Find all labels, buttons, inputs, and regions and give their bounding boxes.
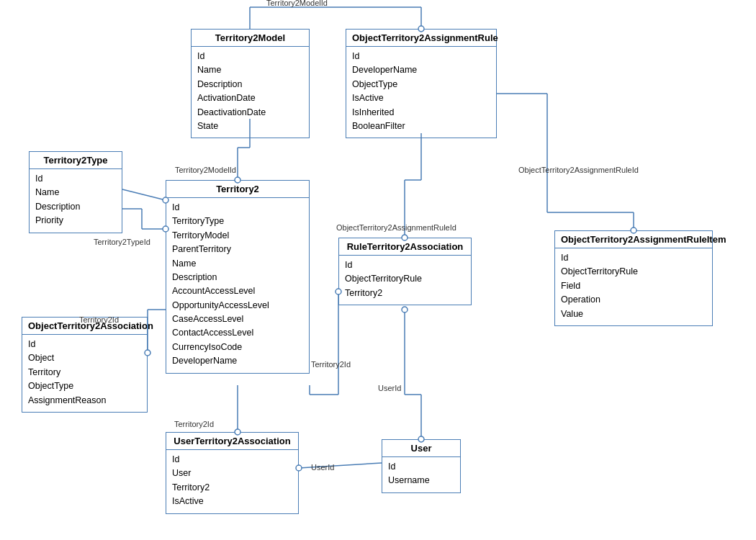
rel-label-OTARuleId-bottom: ObjectTerritory2AssignmentRuleId [336, 223, 456, 232]
entity-Territory2Type: Territory2Type IdNameDescriptionPriority [29, 151, 122, 233]
entity-RuleTerritory2Association: RuleTerritory2Association IdObjectTerrit… [338, 238, 472, 305]
rel-label-UserId-label: UserId [311, 463, 334, 472]
entity-title-Territory2: Territory2 [166, 181, 309, 198]
entity-fields-Territory2: IdTerritoryTypeTerritoryModelParentTerri… [166, 198, 309, 373]
entity-title-Territory2Model: Territory2Model [192, 30, 309, 47]
svg-line-33 [299, 463, 382, 468]
entity-title-Territory2Type: Territory2Type [30, 152, 122, 169]
entity-fields-UserTerritory2Association: IdUserTerritory2IsActive [166, 450, 298, 513]
rel-label-Territory2ModelId-top: Territory2ModelId [266, 0, 328, 7]
entity-title-User: User [382, 440, 460, 457]
entity-title-ObjectTerritory2AssignmentRule: ObjectTerritory2AssignmentRule [346, 30, 496, 47]
entity-fields-ObjectTerritory2AssignmentRuleItem: IdObjectTerritoryRuleFieldOperationValue [555, 248, 712, 325]
diagram-container: Territory2Model IdNameDescriptionActivat… [0, 0, 756, 540]
entity-title-ObjectTerritory2AssignmentRuleItem: ObjectTerritory2AssignmentRuleItem [555, 231, 712, 248]
entity-ObjectTerritory2AssignmentRule: ObjectTerritory2AssignmentRule IdDevelop… [346, 29, 497, 138]
entity-fields-User: IdUsername [382, 457, 460, 492]
entity-fields-RuleTerritory2Association: IdObjectTerritoryRuleTerritory2 [339, 256, 471, 305]
entity-fields-ObjectTerritory2AssignmentRule: IdDeveloperNameObjectTypeIsActiveIsInher… [346, 47, 496, 138]
entity-ObjectTerritory2Association: ObjectTerritory2Association IdObjectTerr… [22, 317, 148, 413]
rel-label-UserId-rule: UserId [378, 384, 401, 392]
svg-point-38 [402, 307, 408, 312]
entity-title-ObjectTerritory2Association: ObjectTerritory2Association [22, 318, 147, 335]
entity-title-UserTerritory2Association: UserTerritory2Association [166, 433, 298, 450]
entity-Territory2: Territory2 IdTerritoryTypeTerritoryModel… [166, 180, 310, 374]
rel-label-OTARuleId-right: ObjectTerritory2AssignmentRuleId [518, 166, 639, 174]
rel-label-Territory2TypeId: Territory2TypeId [94, 238, 150, 246]
entity-ObjectTerritory2AssignmentRuleItem: ObjectTerritory2AssignmentRuleItem IdObj… [554, 230, 713, 326]
entity-Territory2Model: Territory2Model IdNameDescriptionActivat… [191, 29, 310, 138]
rel-label-Territory2Id-user: Territory2Id [174, 420, 214, 428]
entity-User: User IdUsername [382, 439, 461, 493]
entity-UserTerritory2Association: UserTerritory2Association IdUserTerritor… [166, 432, 299, 514]
entity-fields-ObjectTerritory2Association: IdObjectTerritoryObjectTypeAssignmentRea… [22, 335, 147, 412]
entity-title-RuleTerritory2Association: RuleTerritory2Association [339, 238, 471, 256]
rel-label-Territory2Id-rule: Territory2Id [311, 360, 351, 369]
entity-fields-Territory2Type: IdNameDescriptionPriority [30, 169, 122, 233]
entity-fields-Territory2Model: IdNameDescriptionActivationDateDeactivat… [192, 47, 309, 138]
svg-line-18 [122, 189, 166, 200]
rel-label-Territory2ModelId: Territory2ModelId [175, 166, 236, 174]
